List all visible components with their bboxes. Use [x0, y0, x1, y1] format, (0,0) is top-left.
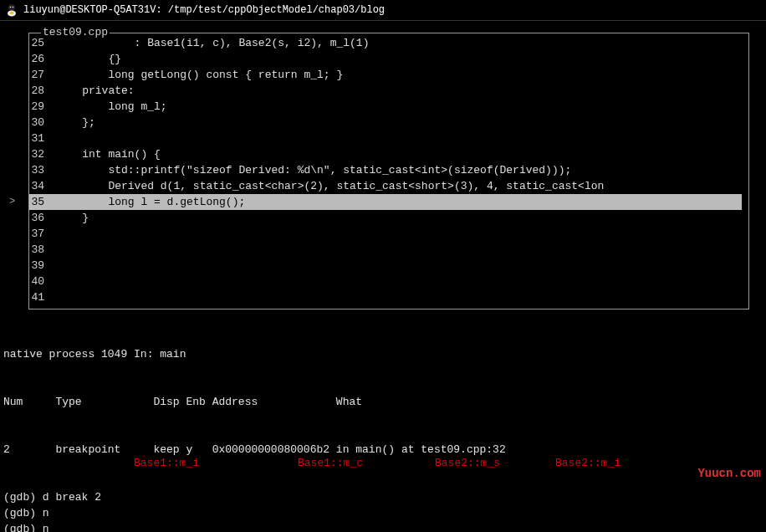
- line-number: 32: [29, 146, 56, 162]
- line-number: 29: [29, 99, 56, 115]
- label-base1-mc: Base1::m_c: [298, 455, 363, 471]
- svg-point-2: [10, 12, 14, 15]
- code-line[interactable]: 39: [29, 258, 742, 274]
- line-number: 35: [29, 194, 56, 210]
- code-line[interactable]: 29 long m_l;: [29, 99, 742, 115]
- filename-label: test09.cpp: [41, 26, 110, 38]
- code-text: long l = d.getLong();: [56, 194, 742, 210]
- code-line[interactable]: 34 Derived d(1, static_cast<char>(2), st…: [29, 178, 742, 194]
- code-line[interactable]: 30 };: [29, 115, 742, 130]
- watermark: Yuucn.com: [697, 467, 761, 480]
- line-number: 26: [29, 51, 56, 67]
- line-number: 41: [29, 289, 56, 305]
- code-line[interactable]: 31: [29, 130, 742, 146]
- line-number: 37: [29, 226, 56, 242]
- label-base2-ms: Base2::m_s: [435, 455, 500, 471]
- code-line[interactable]: >35 long l = d.getLong();: [29, 194, 742, 210]
- code-text: [56, 289, 742, 305]
- code-text: }: [56, 210, 742, 226]
- code-line[interactable]: 36 }: [29, 210, 742, 226]
- line-number: 38: [29, 242, 56, 258]
- status-line: native process 1049 In: main: [3, 346, 763, 362]
- code-text: : Base1(i1, c), Base2(s, i2), m_l(1): [56, 35, 742, 51]
- code-text: [56, 226, 742, 242]
- code-text: {}: [56, 51, 742, 67]
- code-line[interactable]: 37: [29, 226, 742, 242]
- code-text: int main() {: [56, 146, 742, 162]
- line-number: 27: [29, 67, 56, 83]
- code-line[interactable]: 27 long getLong() const { return m_l; }: [29, 67, 742, 83]
- code-text: long m_l;: [56, 99, 742, 115]
- tux-icon: [5, 3, 18, 17]
- code-line[interactable]: 25 : Base1(i1, c), Base2(s, i2), m_l(1): [29, 35, 742, 51]
- line-number: 28: [29, 83, 56, 99]
- bp-row: 2 breakpoint keep y 0x00000000080006b2 i…: [3, 442, 763, 458]
- svg-point-4: [13, 7, 14, 8]
- code-line[interactable]: 41: [29, 289, 742, 305]
- code-text: std::printf("sizeof Derived: %d\n", stat…: [56, 162, 742, 178]
- code-text: };: [56, 115, 742, 130]
- code-editor[interactable]: test09.cpp 25 : Base1(i1, c), Base2(s, i…: [0, 21, 766, 315]
- label-base2-mi: Base2::m_i: [555, 455, 620, 471]
- code-line[interactable]: 33 std::printf("sizeof Derived: %d\n", s…: [29, 162, 742, 178]
- code-text: long getLong() const { return m_l; }: [56, 67, 742, 83]
- code-line[interactable]: 26 {}: [29, 51, 742, 67]
- line-number: 31: [29, 130, 56, 146]
- code-line[interactable]: 28 private:: [29, 83, 742, 99]
- line-number: 40: [29, 274, 56, 289]
- bp-header: Num Type Disp Enb Address What: [3, 394, 763, 410]
- title-text: liuyun@DESKTOP-Q5AT31V: /tmp/test/cppObj…: [23, 4, 385, 16]
- svg-point-3: [10, 7, 12, 8]
- gdb-command: (gdb) n: [3, 505, 763, 521]
- code-text: Derived d(1, static_cast<char>(2), stati…: [56, 178, 742, 194]
- line-number: 36: [29, 210, 56, 226]
- code-text: private:: [56, 83, 742, 99]
- code-line[interactable]: 38: [29, 242, 742, 258]
- line-number: 33: [29, 162, 56, 178]
- gdb-command: (gdb) d break 2: [3, 489, 763, 505]
- svg-point-0: [8, 4, 15, 11]
- code-text: [56, 242, 742, 258]
- code-line[interactable]: 40: [29, 274, 742, 289]
- current-line-marker-icon: >: [9, 194, 15, 210]
- code-text: [56, 130, 742, 146]
- line-number: 30: [29, 115, 56, 130]
- gdb-output[interactable]: native process 1049 In: main Num Type Di…: [0, 315, 766, 532]
- window-titlebar: liuyun@DESKTOP-Q5AT31V: /tmp/test/cppObj…: [0, 0, 766, 21]
- line-number: 39: [29, 258, 56, 274]
- code-text: [56, 258, 742, 274]
- code-line[interactable]: 32 int main() {: [29, 146, 742, 162]
- line-number: 34: [29, 178, 56, 194]
- label-base1-mi: Base1::m_i: [134, 455, 199, 471]
- gdb-command: (gdb) n: [3, 521, 763, 532]
- code-text: [56, 274, 742, 289]
